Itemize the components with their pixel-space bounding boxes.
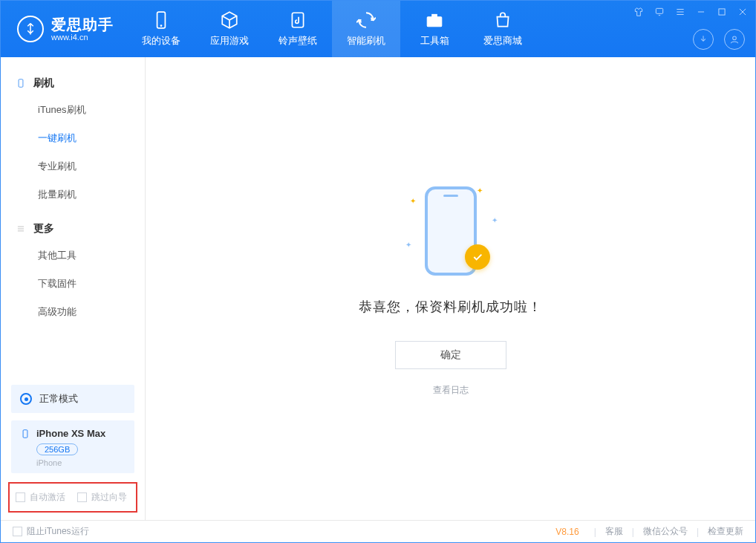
sparkle-icon: ✦ <box>410 197 416 205</box>
sparkle-icon: ✦ <box>477 186 483 195</box>
sidebar-item-batch-flash[interactable]: 批量刷机 <box>1 181 145 209</box>
sidebar: 刷机 iTunes刷机 一键刷机 专业刷机 批量刷机 更多 其他工具 下载固件 … <box>1 57 146 520</box>
app-title: 爱思助手 <box>51 16 114 33</box>
svg-point-1 <box>160 25 162 27</box>
separator: | <box>697 527 699 537</box>
sidebar-item-advanced[interactable]: 高级功能 <box>1 298 145 326</box>
app-logo-icon <box>17 16 44 42</box>
music-file-icon <box>288 10 307 30</box>
feedback-icon[interactable] <box>653 5 666 19</box>
checkbox-skip-guide[interactable]: 跳过向导 <box>77 491 127 504</box>
status-bar: 阻止iTunes运行 V8.16 | 客服 | 微信公众号 | 检查更新 <box>1 520 755 542</box>
svg-rect-8 <box>19 79 23 88</box>
nav-label: 铃声壁纸 <box>278 34 317 48</box>
checkbox-icon <box>16 492 25 502</box>
app-header: 爱思助手 www.i4.cn 我的设备 应用游戏 铃声壁纸 智能刷机 工具箱 爱… <box>1 1 755 57</box>
nav-label: 应用游戏 <box>210 34 249 48</box>
phone-icon <box>151 10 171 30</box>
ok-button[interactable]: 确定 <box>395 341 506 369</box>
nav-smart-flash[interactable]: 智能刷机 <box>332 1 400 57</box>
check-badge-icon <box>465 244 490 270</box>
device-name: iPhone XS Max <box>36 428 105 439</box>
checkbox-label: 跳过向导 <box>91 491 127 504</box>
sidebar-item-pro-flash[interactable]: 专业刷机 <box>1 152 145 181</box>
sparkle-icon: ✦ <box>492 216 498 224</box>
device-panel: 正常模式 iPhone XS Max 256GB iPhone 自动激活 跳过向… <box>1 385 145 520</box>
checkbox-label: 自动激活 <box>30 491 65 504</box>
app-body: 刷机 iTunes刷机 一键刷机 专业刷机 批量刷机 更多 其他工具 下载固件 … <box>1 57 755 520</box>
sidebar-item-itunes-flash[interactable]: iTunes刷机 <box>1 96 145 124</box>
sparkle-icon: ✦ <box>405 241 411 249</box>
nav-label: 我的设备 <box>142 34 180 48</box>
separator: | <box>594 527 596 537</box>
device-storage-badge: 256GB <box>36 443 78 455</box>
version-label: V8.16 <box>555 527 579 537</box>
svg-rect-3 <box>427 17 442 27</box>
device-info-row[interactable]: iPhone XS Max 256GB iPhone <box>11 420 134 473</box>
main-nav: 我的设备 应用游戏 铃声壁纸 智能刷机 工具箱 爱思商城 <box>127 1 537 57</box>
menu-icon[interactable] <box>674 5 687 19</box>
nav-label: 工具箱 <box>420 34 449 48</box>
maximize-icon[interactable] <box>715 5 729 19</box>
user-account-button[interactable] <box>724 29 745 50</box>
checkbox-icon <box>13 527 22 536</box>
svg-rect-2 <box>292 13 303 27</box>
sidebar-item-one-click-flash[interactable]: 一键刷机 <box>1 124 145 152</box>
phone-outline-icon <box>16 78 26 88</box>
checkbox-auto-activate[interactable]: 自动激活 <box>16 491 65 504</box>
shopping-bag-icon <box>493 10 512 30</box>
checkbox-label: 阻止iTunes运行 <box>27 525 89 538</box>
checkbox-icon <box>77 492 87 502</box>
sidebar-item-other-tools[interactable]: 其他工具 <box>1 241 145 270</box>
sidebar-item-download-firmware[interactable]: 下载固件 <box>1 270 145 298</box>
device-mode-row[interactable]: 正常模式 <box>11 385 134 413</box>
wechat-link[interactable]: 微信公众号 <box>643 525 688 538</box>
svg-rect-5 <box>656 8 662 13</box>
sidebar-group-more: 更多 <box>1 216 145 241</box>
list-icon <box>16 224 26 234</box>
svg-point-7 <box>733 36 737 40</box>
download-button[interactable] <box>693 29 714 50</box>
refresh-shield-icon <box>356 10 376 30</box>
nav-store[interactable]: 爱思商城 <box>469 1 537 57</box>
device-mode-label: 正常模式 <box>39 392 78 406</box>
logo-area: 爱思助手 www.i4.cn <box>1 16 127 42</box>
close-icon[interactable] <box>736 5 749 19</box>
group-label: 刷机 <box>33 77 54 90</box>
success-illustration: ✦ ✦ ✦ ✦ <box>403 181 499 277</box>
support-link[interactable]: 客服 <box>605 525 623 538</box>
nav-apps-games[interactable]: 应用游戏 <box>195 1 264 57</box>
svg-rect-6 <box>719 9 725 15</box>
main-content: ✦ ✦ ✦ ✦ 恭喜您，保资料刷机成功啦！ 确定 查看日志 <box>146 57 755 520</box>
success-message: 恭喜您，保资料刷机成功啦！ <box>359 298 542 316</box>
device-type: iPhone <box>36 458 126 467</box>
header-right-actions <box>693 29 745 50</box>
group-label: 更多 <box>33 222 54 235</box>
view-log-link[interactable]: 查看日志 <box>433 384 469 397</box>
sidebar-group-flash: 刷机 <box>1 71 145 96</box>
nav-label: 智能刷机 <box>347 34 385 48</box>
nav-ringtones-wallpapers[interactable]: 铃声壁纸 <box>264 1 332 57</box>
nav-my-device[interactable]: 我的设备 <box>127 1 195 57</box>
mode-indicator-icon <box>20 393 32 405</box>
shirt-icon[interactable] <box>632 5 645 19</box>
device-phone-icon <box>20 429 30 439</box>
nav-toolbox[interactable]: 工具箱 <box>400 1 469 57</box>
flash-options-highlight: 自动激活 跳过向导 <box>8 482 137 513</box>
separator: | <box>632 527 634 537</box>
check-update-link[interactable]: 检查更新 <box>708 525 743 538</box>
window-controls <box>632 5 749 19</box>
toolbox-icon <box>425 10 444 30</box>
nav-label: 爱思商城 <box>483 34 522 48</box>
svg-rect-9 <box>23 429 27 438</box>
svg-rect-4 <box>432 14 437 16</box>
minimize-icon[interactable] <box>694 5 708 19</box>
app-subtitle: www.i4.cn <box>51 33 114 42</box>
checkbox-block-itunes[interactable]: 阻止iTunes运行 <box>13 525 89 538</box>
cube-icon <box>220 10 239 30</box>
